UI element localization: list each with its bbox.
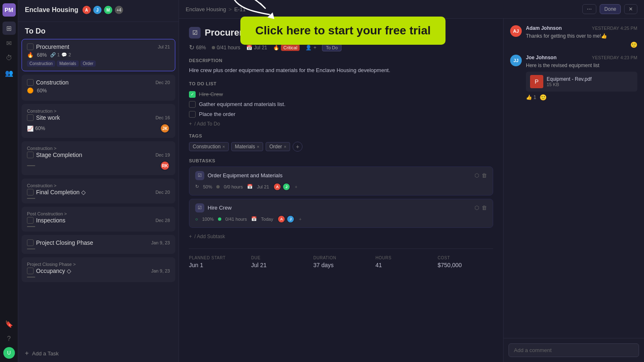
task-checkbox-closing[interactable] [27,239,34,246]
attach-size-1: 15 KB [547,82,592,87]
topbar-close-btn[interactable]: ✕ [624,4,637,14]
tag-remove-order[interactable]: × [284,144,286,149]
todo-list: ✓ Hire Crew Gather equipment and materia… [189,89,493,127]
project-title-row: Enclave Housing A J M +4 [25,5,172,15]
reaction-add-1[interactable]: 🙂 [540,94,547,101]
task-date-sitework: Dec 16 [155,115,170,120]
task-panel: Enclave Housing A J M +4 To Do Procureme… [18,0,179,362]
sidebar-item-clock[interactable]: ⏱ [2,51,16,65]
meta-priority: 🔥 Critical [273,44,300,51]
topbar-actions: ⋯ Done ✕ [582,4,637,14]
subtask-hours-dot-1 [218,217,221,221]
subtask-delete-0[interactable]: 🗑 [482,172,487,179]
subtask-date-0: Jul 21 [257,184,269,189]
tag-chip-order: Order × [266,142,290,151]
add-subtask-icon: + [189,234,192,239]
avatar-sitework: JK [160,123,170,133]
task-checkbox-stage[interactable] [27,152,34,158]
task-item-project-closing[interactable]: Project Closing Phase Jan 9, 23 [22,235,175,254]
avatar-1: A [82,5,92,15]
stat-hours-label: HOURS [375,256,431,260]
task-checkbox-procurement[interactable] [27,43,34,50]
sidebar-item-inbox[interactable]: ✉ [2,36,16,50]
todo-checkbox-2[interactable] [189,111,196,118]
cta-arrow-svg [224,0,290,21]
todo-item-0: ✓ Hire Crew [189,89,493,99]
task-item-construction[interactable]: Construction Dec 20 🟠 60% [22,75,175,101]
app-logo[interactable]: PM [2,3,16,17]
task-item-stage-completion[interactable]: Construction > Stage Completion Dec 19 R… [22,141,175,175]
meta-assignee-plus[interactable]: + [313,45,316,51]
task-title-final: Final Completion ◇ [36,189,86,195]
topbar-done-btn[interactable]: Done [600,4,621,14]
sidebar-item-help[interactable]: ? [2,332,16,345]
description-label: DESCRIPTION [189,58,493,63]
topbar-more-btn[interactable]: ⋯ [582,4,596,14]
subtask-parent-final: Construction > [27,183,170,188]
task-item-final-completion[interactable]: Construction > Final Completion ◇ Dec 20 [22,179,175,203]
calendar-icon: 📅 [246,45,252,51]
add-task-row[interactable]: + Add a Task [18,345,179,362]
subtask-card-0: ☑ Order Equipment and Materials ⬡ 🗑 ↻ 50… [189,167,493,195]
tag-remove-materials[interactable]: × [257,144,259,149]
subtask-card-header-0: ☑ Order Equipment and Materials ⬡ 🗑 [195,171,487,180]
status-badge[interactable]: To Do [322,44,341,51]
comment-emoji-0[interactable]: 🙂 [526,41,637,48]
meta-date: 📅 Jul 21 [246,45,267,51]
task-item-procurement[interactable]: Procurement Jul 21 🔥 68% 🔗 1 💬 2 Constru… [22,39,175,71]
task-item-occupancy[interactable]: Project Closing Phase > Occupancy ◇ Jan … [22,257,175,282]
task-panel-header: Enclave Housing A J M +4 [18,0,179,22]
tag-remove-construction[interactable]: × [222,144,225,149]
meta-status: To Do [322,44,341,51]
subtask-avatar-1b: J [286,215,295,223]
task-checkbox-construction[interactable] [27,79,34,86]
add-subtask-btn[interactable]: + / Add Subtask [189,231,493,242]
priority-badge: Critical [281,44,300,51]
cta-banner[interactable]: Click here to start your free trial [240,17,445,45]
subtask-meta-1: ○ 100% 0/41 hours 📅 Today A J + [195,215,487,223]
todo-checkbox-0[interactable]: ✓ [189,91,196,98]
subtask-title-1: ☑ Hire Crew [195,203,232,212]
hours-dot [212,46,215,49]
sidebar-item-home[interactable]: ⊞ [2,22,16,35]
sidebar-item-avatar[interactable]: U [3,347,15,359]
task-item-sitework[interactable]: Construction > Site work Dec 16 📈 60% JK [22,104,175,138]
comment-author-1: Joe Johnson [526,55,557,60]
meta-assignee: 👤 + [305,45,316,51]
subtask-icon-1: ☑ [195,203,204,212]
todo-checkbox-1[interactable] [189,101,196,108]
comment-header-0: Adam Johnson YESTERDAY 4:25 PM [526,25,637,31]
comment-input[interactable] [508,343,639,357]
subtask-cal-icon-1: 📅 [251,216,257,222]
add-task-plus-icon: + [25,350,29,357]
subtasks-section: ☑ Order Equipment and Materials ⬡ 🗑 ↻ 50… [189,167,493,242]
subtask-add-assignee-1[interactable]: + [299,217,301,222]
tag-chip-construction-text: Construction [193,144,220,150]
subtask-link-1[interactable]: ⬡ [475,205,479,211]
task-checkbox-inspections[interactable] [27,217,34,224]
dash-closing [27,249,35,249]
reaction-thumbsup-1[interactable]: 👍 1 [526,94,536,100]
task-checkbox-sitework[interactable] [27,114,34,121]
add-todo-btn[interactable]: + / Add To Do [189,121,493,127]
task-checkbox-occupancy[interactable] [27,268,34,274]
task-title-occupancy: Occupancy ◇ [36,268,71,274]
subtask-delete-1[interactable]: 🗑 [482,205,487,211]
subtask-add-assignee-0[interactable]: + [295,184,297,189]
subtask-date-1: Today [261,217,273,222]
tag-chip-construction: Construction × [189,142,229,151]
subtask-progress-1: 100% [202,217,214,222]
dash-stage [27,165,35,166]
task-title-sitework: Site work [36,114,60,121]
task-item-inspections[interactable]: Post Construction > Inspections Dec 28 [22,207,175,232]
sidebar-item-users[interactable]: 👥 [2,66,16,80]
comment-body-0: Adam Johnson YESTERDAY 4:25 PM Thanks fo… [526,25,637,48]
subtask-link-0[interactable]: ⬡ [475,172,479,179]
add-tag-btn[interactable]: + [293,142,303,152]
breadcrumb-project[interactable]: Enclave Housing [186,6,226,12]
task-checkbox-final[interactable] [27,189,34,195]
tags-label: TAGS [189,133,493,138]
sidebar-item-bookmark[interactable]: 🔖 [2,317,16,331]
comment-avatar-1: JJ [510,55,522,66]
comment-item-1: JJ Joe Johnson YESTERDAY 4:23 PM Here is… [510,55,637,101]
